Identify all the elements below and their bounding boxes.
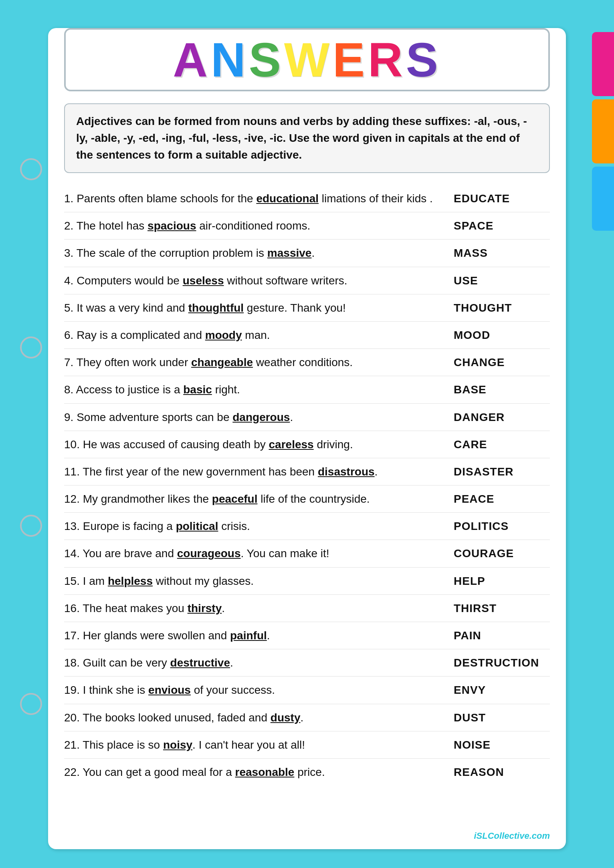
keyword-18: DESTRUCTION — [454, 655, 550, 671]
sentence-row: 11. The first year of the new government… — [64, 458, 550, 485]
page-title: ANSWERS — [78, 36, 536, 84]
answer-14: courageous — [177, 547, 241, 560]
title-letter-s: S — [249, 33, 284, 87]
answer-6: moody — [205, 329, 242, 341]
instructions-box: Adjectives can be formed from nouns and … — [64, 103, 550, 173]
title-letter-a: A — [173, 33, 211, 87]
sentences-area: 1. Parents often blame schools for the e… — [48, 185, 566, 785]
keyword-7: CHANGE — [454, 354, 550, 370]
instructions-text: Adjectives can be formed from nouns and … — [76, 115, 527, 161]
keyword-19: ENVY — [454, 682, 550, 698]
answer-10: careless — [269, 438, 314, 451]
keyword-2: SPACE — [454, 218, 550, 234]
keyword-17: PAIN — [454, 628, 550, 643]
answer-2: spacious — [147, 220, 196, 232]
title-banner: ANSWERS — [64, 28, 550, 91]
keyword-9: DANGER — [454, 409, 550, 425]
binder-tabs — [592, 32, 614, 234]
answer-11: disastrous — [318, 465, 375, 478]
sentence-18-text: 18. Guilt can be very destructive. — [64, 655, 454, 671]
sentence-6-text: 6. Ray is a complicated and moody man. — [64, 327, 454, 343]
title-letter-s2: S — [406, 33, 441, 87]
sentence-4-text: 4. Computers would be useless without so… — [64, 273, 454, 288]
sentence-14-text: 14. You are brave and courageous. You ca… — [64, 546, 454, 561]
answer-7: changeable — [191, 356, 253, 369]
sentence-row: 13. Europe is facing a political crisis.… — [64, 513, 550, 540]
sentence-row: 15. I am helpless without my glasses. HE… — [64, 568, 550, 595]
sentence-19-text: 19. I think she is envious of your succe… — [64, 682, 454, 698]
sentence-1-text: 1. Parents often blame schools for the e… — [64, 191, 454, 206]
answer-19: envious — [148, 684, 191, 696]
sentence-17-text: 17. Her glands were swollen and painful. — [64, 628, 454, 643]
keyword-15: HELP — [454, 573, 550, 589]
tab-blue — [592, 167, 614, 231]
tab-pink — [592, 32, 614, 96]
keyword-13: POLITICS — [454, 518, 550, 534]
answer-15: helpless — [108, 575, 153, 587]
keyword-16: THIRST — [454, 600, 550, 616]
keyword-21: NOISE — [454, 737, 550, 753]
sentence-row: 4. Computers would be useless without so… — [64, 267, 550, 294]
answer-17: painful — [230, 629, 267, 642]
keyword-5: THOUGHT — [454, 300, 550, 316]
answer-5: thoughtful — [188, 302, 244, 314]
answer-9: dangerous — [232, 411, 290, 423]
sentence-row: 9. Some adventure sports can be dangerou… — [64, 404, 550, 431]
sentence-2-text: 2. The hotel has spacious air-conditione… — [64, 218, 454, 234]
keyword-4: USE — [454, 273, 550, 288]
sentence-21-text: 21. This place is so noisy. I can't hear… — [64, 737, 454, 753]
answer-4: useless — [183, 274, 224, 287]
sentence-row: 10. He was accused of causing death by c… — [64, 431, 550, 458]
sentence-row: 19. I think she is envious of your succe… — [64, 677, 550, 704]
sentence-row: 12. My grandmother likes the peaceful li… — [64, 485, 550, 513]
sentence-12-text: 12. My grandmother likes the peaceful li… — [64, 491, 454, 507]
answer-18: destructive — [170, 657, 230, 669]
sentence-row: 1. Parents often blame schools for the e… — [64, 185, 550, 212]
sentence-13-text: 13. Europe is facing a political crisis. — [64, 518, 454, 534]
title-letter-n: N — [211, 33, 249, 87]
title-letter-w: W — [284, 33, 333, 87]
sentence-15-text: 15. I am helpless without my glasses. — [64, 573, 454, 589]
keyword-11: DISASTER — [454, 464, 550, 479]
sentence-row: 7. They often work under changeable weat… — [64, 349, 550, 376]
sentence-row: 14. You are brave and courageous. You ca… — [64, 540, 550, 567]
sentence-10-text: 10. He was accused of causing death by c… — [64, 437, 454, 452]
sentence-row: 17. Her glands were swollen and painful.… — [64, 622, 550, 649]
sentence-row: 18. Guilt can be very destructive. DESTR… — [64, 649, 550, 677]
watermark-text: iSLCollective.com — [474, 831, 550, 841]
hole-1 — [20, 158, 42, 180]
keyword-3: MASS — [454, 245, 550, 261]
answer-12: peaceful — [212, 493, 258, 505]
sentence-3-text: 3. The scale of the corruption problem i… — [64, 245, 454, 261]
sentence-9-text: 9. Some adventure sports can be dangerou… — [64, 409, 454, 425]
main-card: ANSWERS Adjectives can be formed from no… — [48, 28, 566, 849]
answer-22: reasonable — [235, 766, 295, 778]
keyword-8: BASE — [454, 382, 550, 397]
sentence-row: 20. The books looked unused, faded and d… — [64, 704, 550, 731]
sentence-row: 21. This place is so noisy. I can't hear… — [64, 731, 550, 759]
sentence-7-text: 7. They often work under changeable weat… — [64, 354, 454, 370]
sentence-row: 6. Ray is a complicated and moody man. M… — [64, 322, 550, 349]
keyword-12: PEACE — [454, 491, 550, 507]
answer-8: basic — [183, 383, 212, 396]
sentence-row: 3. The scale of the corruption problem i… — [64, 240, 550, 267]
answer-21: noisy — [163, 739, 192, 751]
keyword-22: REASON — [454, 764, 550, 780]
title-letter-r: R — [368, 33, 406, 87]
keyword-6: MOOD — [454, 327, 550, 343]
hole-4 — [20, 693, 42, 715]
hole-3 — [20, 515, 42, 537]
keyword-20: DUST — [454, 710, 550, 725]
hole-punches — [20, 0, 42, 868]
answer-16: thirsty — [188, 602, 222, 614]
answer-1: educational — [256, 192, 319, 205]
hole-2 — [20, 336, 42, 358]
sentence-row: 8. Access to justice is a basic right. B… — [64, 376, 550, 403]
keyword-10: CARE — [454, 437, 550, 452]
sentence-20-text: 20. The books looked unused, faded and d… — [64, 710, 454, 725]
sentence-22-text: 22. You can get a good meal for a reason… — [64, 764, 454, 780]
answer-13: political — [176, 520, 218, 532]
sentence-row: 2. The hotel has spacious air-conditione… — [64, 212, 550, 240]
sentence-row: 16. The heat makes you thirsty. THIRST — [64, 595, 550, 622]
tab-orange — [592, 99, 614, 163]
